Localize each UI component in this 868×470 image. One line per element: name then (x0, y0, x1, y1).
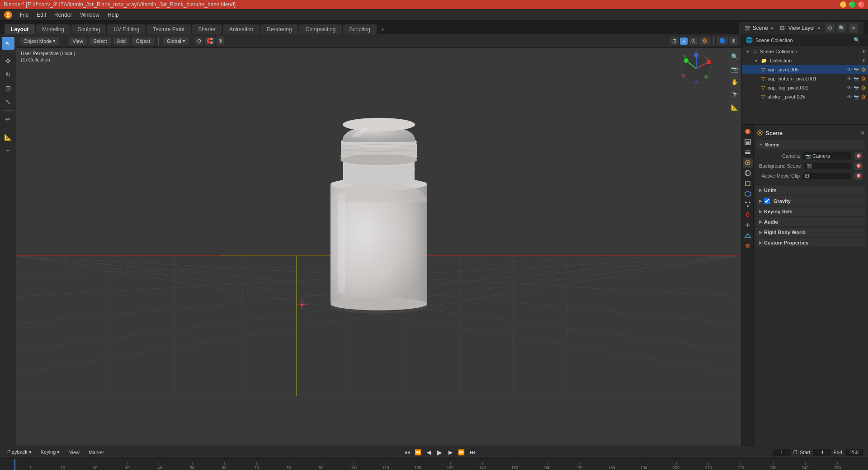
global-transform-dropdown[interactable]: Global ▾ (163, 37, 189, 45)
tool-scale[interactable]: ⊡ (2, 82, 14, 94)
units-section-header[interactable]: ▶ Units (756, 186, 865, 195)
viewport-add-menu[interactable]: Add (113, 38, 130, 45)
camera-pick-btn[interactable]: 🎯 (854, 152, 863, 160)
prop-tab-modifier[interactable] (743, 189, 753, 199)
view-menu[interactable]: View (66, 449, 82, 456)
movie-clip-pick-btn[interactable]: 🎯 (854, 172, 863, 180)
menu-file[interactable]: File (16, 11, 32, 19)
prop-tab-particles[interactable] (743, 199, 753, 209)
camera-btn[interactable]: 📷 (729, 63, 741, 75)
next-keyframe-btn[interactable]: ⏩ (457, 448, 466, 457)
play-btn[interactable]: ▶ (435, 448, 444, 457)
outliner-item-sticker[interactable]: ▽ sticker_pivot.005 👁 📷 🔆 (742, 92, 868, 101)
end-frame-input[interactable]: 250 (845, 449, 863, 456)
tab-modeling[interactable]: Modeling (36, 24, 71, 34)
add-workspace-button[interactable]: + (377, 24, 388, 34)
scene-section-header[interactable]: ▼ Scene (756, 140, 865, 149)
keying-sets-header[interactable]: ▶ Keying Sets (756, 207, 865, 216)
viewport-gizmo[interactable]: X Y Z (678, 51, 714, 87)
custom-props-header[interactable]: ▶ Custom Properties (756, 238, 865, 247)
playback-menu[interactable]: Playback ▾ (5, 448, 34, 456)
viewport-select-menu[interactable]: Select (90, 38, 111, 45)
tab-shader[interactable]: Shader (192, 24, 222, 34)
viewport[interactable]: Object Mode ▾ View Select Add Object Glo… (16, 34, 741, 446)
cap-top-eye-icon[interactable]: 👁 (847, 85, 852, 90)
next-frame-btn[interactable]: ▶ (446, 448, 455, 457)
wireframe-btn[interactable]: ⊡ (670, 37, 679, 45)
camera-value[interactable]: 📷 Camera (802, 152, 851, 160)
render-btn[interactable]: 🔆 (699, 37, 710, 45)
bg-scene-pick-btn[interactable]: 🎯 (854, 162, 863, 170)
prev-keyframe-btn[interactable]: ⏪ (414, 448, 423, 457)
material-btn[interactable]: ◎ (689, 37, 698, 45)
tab-scripting[interactable]: Scripting (343, 24, 377, 34)
gizmo-btn[interactable]: ⊕ (729, 37, 738, 45)
outliner-item-cap-top[interactable]: ▽ cap_top_pivot.001 👁 📷 🔆 (742, 83, 868, 92)
prop-tab-output[interactable] (743, 137, 753, 147)
tab-compositing[interactable]: Compositing (299, 24, 342, 34)
tool-measure[interactable]: 📐 (2, 131, 14, 143)
zoom-btn[interactable]: 🔍 (729, 51, 741, 62)
maximize-button[interactable]: □ (849, 1, 855, 8)
cap-bottom-eye-icon[interactable]: 👁 (847, 76, 852, 81)
minimize-button[interactable]: − (840, 1, 846, 8)
menu-help[interactable]: Help (104, 11, 123, 19)
properties-header-x[interactable]: ✕ (860, 129, 865, 136)
outliner-options-btn[interactable]: ≡ (862, 37, 864, 43)
collection-eye-icon[interactable]: 👁 (862, 58, 866, 63)
tab-uv-editing[interactable]: UV Editing (107, 24, 146, 34)
viewport-object-menu[interactable]: Object (132, 38, 154, 45)
jump-start-btn[interactable]: ⏮ (403, 448, 412, 457)
menu-window[interactable]: Window (76, 11, 103, 19)
overlay-btn[interactable]: 🔵 (717, 37, 728, 45)
timeline-ruler[interactable]: 1 10 20 30 40 50 60 70 80 90 100 110 120… (0, 459, 868, 470)
tool-add[interactable]: + (2, 144, 14, 157)
tool-select[interactable]: ↖ (2, 37, 14, 50)
tab-rendering[interactable]: Rendering (260, 24, 298, 34)
gravity-checkbox[interactable] (764, 198, 770, 204)
tab-layout[interactable]: Layout (5, 24, 35, 34)
prop-tab-constraints[interactable] (743, 220, 753, 230)
tool-move[interactable]: ✥ (2, 55, 14, 67)
outliner-item-scene-collection[interactable]: ▼ 🗂 Scene Collection 👁 (742, 47, 868, 56)
prop-tab-material[interactable] (743, 241, 753, 251)
menu-edit[interactable]: Edit (33, 11, 50, 19)
marker-menu[interactable]: Marker (86, 449, 107, 456)
close-button[interactable]: × (858, 1, 864, 8)
outliner-item-cap-bottom[interactable]: ▽ cap_bottom_pivot.001 👁 📷 🔆 (742, 74, 868, 83)
prop-tab-object[interactable] (743, 179, 753, 188)
fly-btn[interactable]: 🔭 (729, 89, 741, 100)
prop-tab-data[interactable] (743, 230, 753, 240)
current-frame-input[interactable]: 1 (773, 449, 791, 456)
object-mode-dropdown[interactable]: Object Mode ▾ (20, 37, 59, 45)
tab-sculpting[interactable]: Sculpting (71, 24, 106, 34)
outliner-item-collection[interactable]: ▼ 📁 Collection 👁 (742, 56, 868, 65)
prop-tab-world[interactable] (743, 168, 753, 178)
outliner-item-can[interactable]: ▽ can_pivot.005 👁 📷 🔆 (742, 65, 868, 74)
snap-btn[interactable]: 🧲 (205, 37, 215, 45)
tab-animation[interactable]: Animation (223, 24, 259, 34)
gravity-section-header[interactable]: ▶ Gravity (756, 196, 865, 206)
persp-btn[interactable]: 📐 (729, 101, 741, 113)
movie-clip-value[interactable]: 🎞 (802, 173, 851, 179)
can-eye-icon[interactable]: 👁 (847, 67, 852, 72)
tool-annotate[interactable]: ✏ (2, 113, 14, 126)
prop-tab-render[interactable] (743, 127, 753, 136)
rigid-body-header[interactable]: ▶ Rigid Body World (756, 228, 865, 237)
sticker-eye-icon[interactable]: 👁 (847, 94, 852, 99)
prop-tab-scene[interactable] (743, 158, 753, 168)
jump-end-btn[interactable]: ⏭ (468, 448, 477, 457)
eye-icon[interactable]: 👁 (862, 49, 866, 54)
audio-section-header[interactable]: ▶ Audio (756, 217, 865, 226)
viewport-view-menu[interactable]: View (69, 38, 87, 45)
proportional-edit-btn[interactable]: ⊙ (195, 37, 203, 45)
start-frame-input[interactable]: 1 (813, 449, 831, 456)
bg-scene-value[interactable]: 🎬 (804, 163, 851, 169)
tool-transform[interactable]: ⤡ (2, 95, 14, 108)
scene-selector[interactable]: 🎬 Scene ▾ 🎞 View Layer ▾ ⚙ 🔍 ≡ (739, 22, 863, 34)
prop-tab-physics[interactable] (743, 210, 753, 220)
prev-frame-btn[interactable]: ◀ (425, 448, 434, 457)
keying-menu[interactable]: Keying ▾ (38, 448, 63, 456)
prop-tab-view-layer[interactable] (743, 147, 753, 157)
tab-texture-paint[interactable]: Texture Paint (146, 24, 191, 34)
